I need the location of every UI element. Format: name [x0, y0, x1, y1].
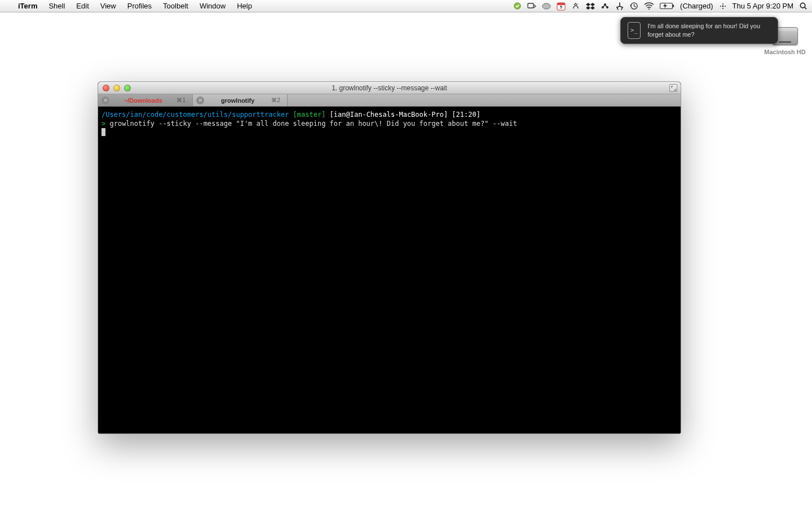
status-icon-7[interactable]	[601, 2, 610, 10]
hd-label: Macintosh HD	[762, 49, 807, 55]
menubar-clock[interactable]: Thu 5 Apr 9:20 PM	[732, 2, 793, 10]
growl-message: I'm all done sleeping for an hour! Did y…	[647, 22, 771, 39]
tab-downloads[interactable]: ✕ ~/Downloads ⌘1	[98, 94, 193, 106]
terminal-viewport[interactable]: /Users/ian/code/customers/utils/supportt…	[98, 107, 681, 433]
menu-shell[interactable]: Shell	[43, 2, 70, 10]
terminal-command: growlnotify --sticky --message "I'm all …	[109, 120, 517, 128]
menu-help[interactable]: Help	[231, 2, 258, 10]
tab-label: ~/Downloads	[113, 97, 173, 104]
svg-line-18	[805, 7, 806, 9]
prompt-user: [ian@Ian-Chesals-MacBook-Pro]	[330, 111, 448, 119]
traffic-lights	[98, 85, 131, 91]
menubar-right: 5 (Charged) Thu 5 Apr 9:20 PM	[513, 2, 807, 11]
tab-shortcut: ⌘2	[271, 97, 281, 103]
menu-profiles[interactable]: Profiles	[122, 2, 157, 10]
svg-point-17	[800, 3, 805, 7]
close-button[interactable]	[103, 85, 109, 91]
tab-close-icon[interactable]: ✕	[196, 97, 204, 104]
status-icon-8[interactable]	[615, 2, 624, 10]
tab-bar: ✕ ~/Downloads ⌘1 ✕ growlnotify ⌘2	[98, 94, 681, 107]
tab-label: growlnotify	[208, 97, 268, 104]
svg-point-12	[722, 5, 723, 7]
window-titlebar[interactable]: 1. growlnotify --sticky --message --wait	[98, 82, 681, 94]
svg-point-16	[722, 7, 723, 8]
svg-rect-1	[528, 3, 533, 8]
dropbox-icon[interactable]	[586, 2, 595, 10]
timemachine-icon[interactable]	[630, 2, 638, 10]
growl-notification[interactable]: >_ I'm all done sleeping for an hour! Di…	[620, 17, 778, 44]
tab-shortcut: ⌘1	[176, 97, 187, 103]
svg-point-15	[722, 3, 723, 4]
status-icon-1[interactable]	[513, 2, 522, 10]
terminal-window: 1. growlnotify --sticky --message --wait…	[98, 81, 681, 434]
prompt-path: /Users/ian/code/customers/utils/supportt…	[102, 111, 289, 119]
menu-toolbelt[interactable]: Toolbelt	[157, 2, 194, 10]
calendar-day: 5	[557, 5, 566, 10]
calendar-icon[interactable]: 5	[557, 2, 566, 11]
terminal-icon: >_	[628, 22, 641, 39]
menu-edit[interactable]: Edit	[70, 2, 94, 10]
cursor	[102, 128, 105, 136]
status-icon-extra[interactable]	[719, 2, 727, 10]
tab-close-icon[interactable]: ✕	[102, 97, 109, 104]
svg-point-14	[724, 5, 725, 6]
zoom-button[interactable]	[124, 85, 131, 91]
status-icon-5[interactable]	[571, 2, 580, 11]
status-icon-3[interactable]	[542, 3, 551, 10]
menu-view[interactable]: View	[95, 2, 122, 10]
svg-point-9	[648, 8, 650, 10]
app-menu[interactable]: iTerm	[12, 2, 43, 10]
prompt-branch: [master]	[293, 111, 326, 119]
battery-icon[interactable]	[660, 2, 674, 10]
menubar: iTerm Shell Edit View Profiles Toolbelt …	[0, 0, 812, 12]
prompt-time: [21:20]	[452, 111, 480, 119]
battery-status-text: (Charged)	[680, 2, 713, 10]
svg-point-13	[720, 5, 721, 6]
svg-rect-11	[673, 5, 674, 7]
minimize-button[interactable]	[113, 85, 120, 91]
spotlight-icon[interactable]	[799, 2, 807, 10]
status-icon-2[interactable]	[527, 2, 536, 10]
window-title: 1. growlnotify --sticky --message --wait	[98, 84, 681, 92]
menubar-left: iTerm Shell Edit View Profiles Toolbelt …	[5, 2, 258, 10]
prompt-symbol: >	[102, 120, 105, 128]
menu-window[interactable]: Window	[194, 2, 231, 10]
wifi-icon[interactable]	[644, 2, 654, 10]
fullscreen-button[interactable]	[669, 84, 677, 92]
tab-growlnotify[interactable]: ✕ growlnotify ⌘2	[193, 94, 288, 106]
svg-point-2	[542, 3, 550, 9]
